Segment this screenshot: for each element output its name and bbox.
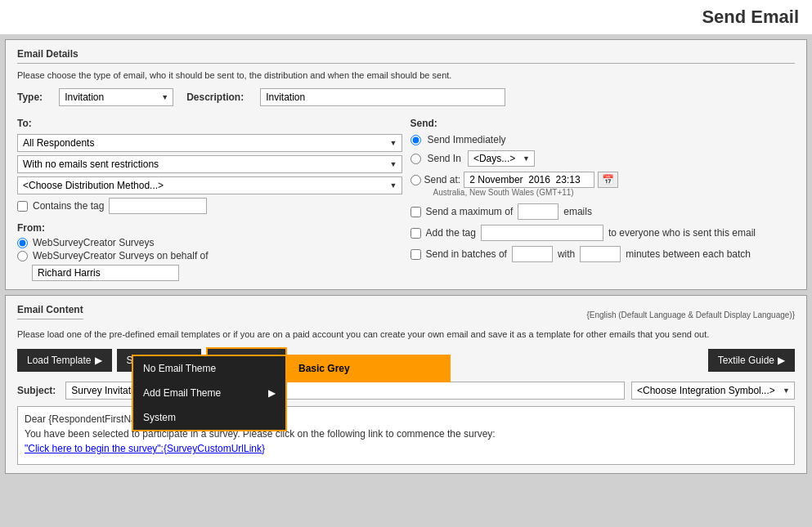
- batches-count-input[interactable]: [512, 246, 553, 262]
- send-at-radio[interactable]: [410, 175, 421, 185]
- timezone-text: Australia, New South Wales (GMT+11): [433, 188, 796, 197]
- type-select[interactable]: Invitation: [59, 88, 173, 106]
- send-at-label: Send at:: [424, 174, 461, 185]
- load-template-label: Load Template: [27, 355, 92, 366]
- restrictions-select[interactable]: With no emails sent restrictions: [17, 155, 402, 173]
- theme-submenu: Basic Grey: [287, 355, 451, 382]
- tag-to-label: to everyone who is sent this email: [608, 227, 756, 239]
- email-restrictions-dropdown[interactable]: With no emails sent restrictions: [17, 155, 402, 173]
- from-option1-label: WebSurveyCreator Surveys: [33, 237, 155, 248]
- textile-guide-button[interactable]: Textile Guide ▶: [708, 349, 795, 372]
- contains-tag-checkbox[interactable]: [17, 201, 28, 212]
- email-content-desc: Please load one of the pre-defined email…: [17, 329, 795, 339]
- page-title: Send Email: [0, 0, 812, 34]
- email-details-section: Email Details Please choose the type of …: [5, 39, 807, 290]
- body-link-anchor[interactable]: "Click here to begin the survey":{Survey…: [25, 443, 265, 454]
- theme-submenu-container: Basic Grey: [287, 355, 451, 382]
- lang-info: {English (Default Language & Default Dis…: [586, 310, 795, 319]
- send-header: Send:: [410, 118, 796, 129]
- date-input[interactable]: [464, 172, 594, 188]
- send-max-input[interactable]: [518, 203, 559, 220]
- minutes-label: minutes between each batch: [626, 248, 751, 260]
- page-title-text: Send Email: [702, 7, 799, 27]
- basic-grey-label: Basic Grey: [298, 363, 350, 374]
- emails-label: emails: [563, 206, 592, 217]
- send-in-row: Send In <Days...>: [410, 150, 796, 167]
- send-immediately-row: Send Immediately: [410, 134, 796, 145]
- distribution-method-dropdown[interactable]: <Choose Distribution Method...>: [17, 176, 402, 194]
- description-input[interactable]: [260, 88, 505, 106]
- from-option2-label: WebSurveyCreator Surveys on behalf of: [33, 250, 209, 261]
- send-panel: Send: Send Immediately Send In <Days...>…: [410, 118, 796, 281]
- load-template-button[interactable]: Load Template ▶: [17, 349, 112, 372]
- send-batches-row: Send in batches of with minutes between …: [410, 246, 796, 262]
- add-email-theme-label: Add Email Theme: [143, 387, 221, 399]
- email-details-desc: Please choose the type of email, who it …: [17, 70, 795, 80]
- no-email-theme-item[interactable]: No Email Theme: [133, 356, 285, 381]
- send-immediately-radio[interactable]: [410, 135, 421, 145]
- contains-tag-input[interactable]: [109, 198, 207, 214]
- load-template-arrow: ▶: [95, 355, 102, 366]
- from-section: From: WebSurveyCreator Surveys WebSurvey…: [17, 222, 402, 281]
- system-label: System: [143, 412, 176, 423]
- no-email-theme-label: No Email Theme: [143, 363, 216, 374]
- add-tag-input[interactable]: [481, 225, 603, 241]
- to-header: To:: [17, 118, 402, 129]
- days-select[interactable]: <Days...>: [468, 150, 535, 167]
- days-select-wrap: <Days...>: [468, 150, 535, 167]
- to-panel: To: All Respondents With no emails sent …: [17, 118, 402, 281]
- textile-guide-arrow: ▶: [778, 355, 785, 366]
- theme-dropdown-menu-container: No Email Theme Add Email Theme ▶ System: [132, 355, 287, 431]
- theme-dropdown-menu: No Email Theme Add Email Theme ▶ System: [132, 355, 287, 431]
- contains-tag-label: Contains the tag: [33, 200, 104, 212]
- contains-tag-row: Contains the tag: [17, 198, 402, 214]
- email-content-title: Email Content: [17, 304, 83, 319]
- all-respondents-dropdown[interactable]: All Respondents: [17, 134, 402, 152]
- send-in-label: Send In: [428, 153, 461, 164]
- behalf-input[interactable]: [32, 265, 179, 281]
- add-theme-arrow: ▶: [268, 387, 276, 399]
- send-at-row: Send at: 📅: [410, 172, 796, 188]
- calendar-icon[interactable]: 📅: [598, 172, 618, 188]
- respondents-select[interactable]: All Respondents: [17, 134, 402, 152]
- send-batches-checkbox[interactable]: [410, 249, 421, 260]
- distribution-select[interactable]: <Choose Distribution Method...>: [17, 176, 402, 194]
- batches-minutes-input[interactable]: [580, 246, 621, 262]
- from-label: From:: [17, 222, 402, 234]
- send-max-row: Send a maximum of emails: [410, 203, 796, 220]
- type-label: Type:: [17, 92, 43, 103]
- email-details-title: Email Details: [17, 48, 795, 64]
- from-radio-2[interactable]: [17, 251, 28, 261]
- add-tag-checkbox[interactable]: [410, 228, 421, 239]
- system-item[interactable]: System: [133, 405, 285, 430]
- description-label: Description:: [186, 92, 244, 103]
- textile-guide-label: Textile Guide: [718, 355, 774, 366]
- from-radio-1-row: WebSurveyCreator Surveys: [17, 237, 402, 248]
- from-radio-2-row: WebSurveyCreator Surveys on behalf of: [17, 250, 402, 261]
- subject-label: Subject:: [17, 385, 56, 396]
- integration-select-wrap: <Choose Integration Symbol...>: [631, 382, 795, 400]
- send-max-checkbox[interactable]: [410, 207, 421, 217]
- integration-select[interactable]: <Choose Integration Symbol...>: [631, 382, 795, 400]
- add-tag-row: Add the tag to everyone who is sent this…: [410, 225, 796, 241]
- send-max-label: Send a maximum of: [426, 206, 514, 217]
- add-tag-label: Add the tag: [426, 227, 476, 239]
- send-in-radio[interactable]: [410, 154, 421, 164]
- from-radio-1[interactable]: [17, 238, 28, 248]
- with-label: with: [558, 248, 575, 260]
- send-batches-label: Send in batches of: [426, 248, 507, 260]
- email-content-section: Email Content {English (Default Language…: [5, 295, 807, 474]
- add-email-theme-item[interactable]: Add Email Theme ▶: [133, 381, 285, 405]
- send-immediately-label: Send Immediately: [428, 134, 506, 145]
- type-select-wrap: Invitation: [59, 88, 173, 106]
- body-link: "Click here to begin the survey":{Survey…: [25, 443, 787, 454]
- content-header-row: Email Content {English (Default Language…: [17, 304, 795, 326]
- basic-grey-item[interactable]: Basic Grey: [289, 356, 449, 381]
